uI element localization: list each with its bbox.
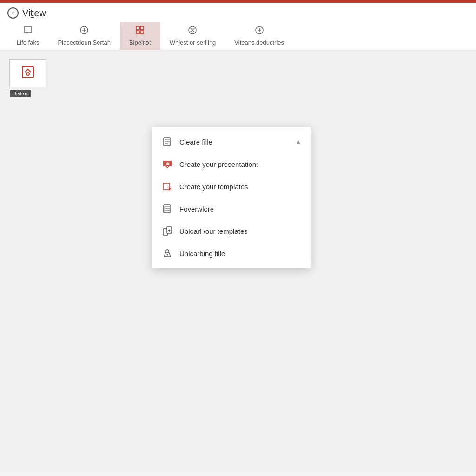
tab-placectdoun-sertah-label: Placectdoun Sertah [58,39,110,46]
unlcarbing-fille-label: Unlcarbing fille [179,250,301,258]
tab-bipeinct[interactable]: Bipeinɔt [120,22,160,50]
menu-item-foverwlore[interactable]: Foverwlore [152,198,311,220]
tab-life-faks[interactable]: Life faks [7,22,48,50]
svg-rect-3 [136,31,139,34]
svg-rect-14 [163,206,165,212]
dropdown-menu: Cleare fille ▲ Create your presentation: [152,127,311,268]
tab-life-faks-label: Life faks [17,39,39,46]
tab-whjest-or-serlling[interactable]: Whjest or serlling [160,22,225,50]
svg-point-8 [26,73,29,75]
app-title-bar: ○ Viṯew [7,7,469,19]
tab-whjest-or-serlling-label: Whjest or serlling [170,39,216,46]
svg-rect-1 [136,26,139,30]
viteans-deductries-icon [254,25,264,38]
create-templates-label: Create your templates [179,183,301,191]
foverwlore-icon [162,203,173,214]
cleare-fille-arrow: ▲ [296,139,301,145]
svg-rect-2 [140,26,144,30]
menu-item-unlcarbing-fille[interactable]: Unlcarbing fille [152,242,311,264]
slide-thumb-icon [20,65,35,82]
header: ○ Viṯew Life faks Placectdoun Sertah [0,3,476,50]
bipeinct-icon [135,25,145,38]
foverwlore-label: Foverwlore [179,205,301,213]
create-presentation-icon [162,159,173,170]
ribbon: Life faks Placectdoun Sertah Bipeinɔ [7,22,469,50]
app-icon: ○ [7,7,19,19]
tab-placectdoun-sertah[interactable]: Placectdoun Sertah [48,22,119,50]
menu-item-cleare-fille[interactable]: Cleare fille ▲ [152,131,311,153]
cleare-fille-label: Cleare fille [179,138,289,146]
slide-tooltip: Distroc [10,90,31,97]
life-faks-icon [23,25,33,38]
app-title-text: Viṯew [22,7,46,19]
svg-point-17 [167,254,168,256]
slide-thumbnail[interactable]: Distroc [9,60,46,87]
svg-rect-4 [140,31,144,34]
tab-bipeinct-label: Bipeinɔt [129,39,151,46]
menu-item-create-templates[interactable]: Create your templates [152,175,311,198]
whjest-or-serlling-icon [187,25,198,38]
tab-viteans-deductries[interactable]: Viteans deductries [225,22,293,50]
menu-item-create-presentation[interactable]: Create your presentation: [152,153,311,175]
app-icon-symbol: ○ [11,10,14,16]
slide-area: Distroc [9,60,46,87]
tab-viteans-deductries-label: Viteans deductries [234,39,284,46]
menu-item-uploarl-templates[interactable]: Uploarl /our templates [152,220,311,242]
unlcarbing-fille-icon [162,248,173,259]
cleare-fille-icon [162,136,173,147]
placectdoun-sertah-icon [79,25,89,38]
create-templates-icon [162,181,173,192]
uploarl-templates-icon [162,225,173,237]
create-presentation-label: Create your presentation: [179,160,301,168]
uploarl-templates-label: Uploarl /our templates [179,227,301,235]
main-content: Distroc Cleare fille ▲ [0,50,476,472]
